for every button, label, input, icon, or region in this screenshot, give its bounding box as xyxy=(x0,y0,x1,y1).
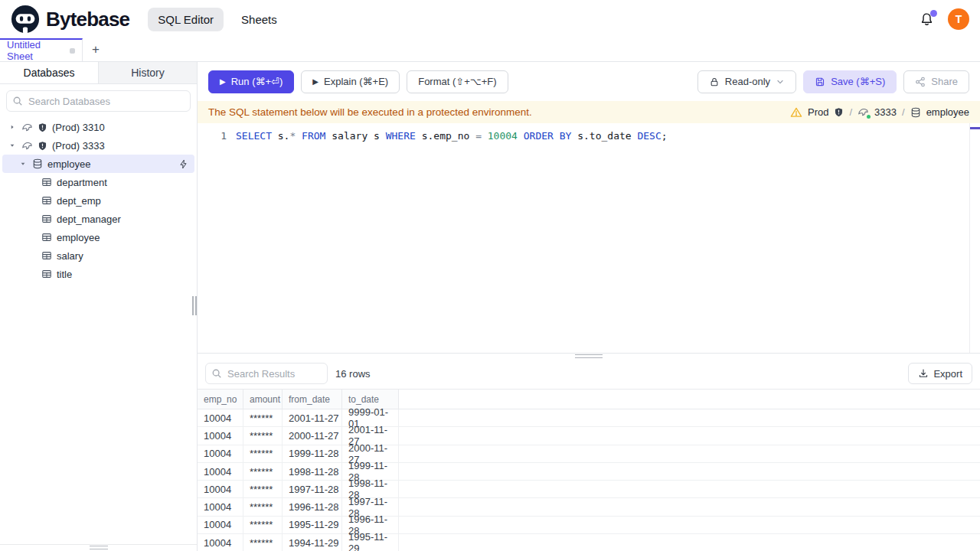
cell-from-date: 1995-11-29 xyxy=(283,517,342,533)
cell-from-date: 1999-11-28 xyxy=(283,445,342,462)
tree-table-dept-manager[interactable]: dept_manager xyxy=(0,210,197,228)
nav-sql-editor[interactable]: SQL Editor xyxy=(148,8,224,31)
tree-database-employee[interactable]: employee xyxy=(2,155,194,173)
cell-amount: ****** xyxy=(243,409,283,426)
sql-editor[interactable]: 1 SELECT s.* FROM salary s WHERE s.emp_n… xyxy=(198,123,980,354)
top-nav: SQL Editor Sheets xyxy=(148,8,287,31)
tree-table-label: title xyxy=(57,269,72,280)
instance-label[interactable]: 3333 xyxy=(874,106,897,118)
tree-table-salary[interactable]: salary xyxy=(0,246,197,265)
panel-resize-handle[interactable] xyxy=(575,354,603,358)
cell-from-date: 2000-11-27 xyxy=(283,427,342,444)
save-icon xyxy=(815,77,825,87)
share-button[interactable]: Share xyxy=(903,70,969,93)
tab-untitled-sheet[interactable]: Untitled Sheet xyxy=(0,38,83,61)
caret-down-icon[interactable] xyxy=(18,160,28,168)
sidebar: Databases History (Prod) 3310(Prod) 3333… xyxy=(0,62,198,551)
search-databases-input[interactable] xyxy=(6,90,191,112)
editor-toolbar: ▶ Run (⌘+⏎) ▶ Explain (⌘+E) Format (⇧+⌥+… xyxy=(198,62,980,101)
play-icon: ▶ xyxy=(220,77,226,86)
cell-emp-no: 10004 xyxy=(198,445,243,462)
table-icon xyxy=(41,195,52,206)
sheet-tab-bar: Untitled Sheet + xyxy=(0,38,980,62)
tree-database-label: employee xyxy=(47,158,90,170)
column-header-amount[interactable]: amount xyxy=(243,390,283,409)
cell-from-date: 1996-11-28 xyxy=(283,498,342,515)
connection-breadcrumb: Prod / 3333 / xyxy=(790,106,969,119)
results-table: emp_noamountfrom_dateto_date 10004******… xyxy=(198,389,980,551)
database-tree: (Prod) 3310(Prod) 3333employeedepartment… xyxy=(0,118,197,283)
caret-down-icon[interactable] xyxy=(8,142,17,149)
tree-table-label: salary xyxy=(57,250,83,262)
caret-right-icon[interactable] xyxy=(8,123,17,131)
search-results-input[interactable] xyxy=(205,363,328,384)
results-search xyxy=(205,363,328,384)
tree-table-department[interactable]: department xyxy=(0,173,197,191)
sql-token-ident xyxy=(482,130,488,142)
cell-emp-no: 10004 xyxy=(198,481,243,497)
sidebar-tabs: Databases History xyxy=(0,62,197,84)
mysql-icon xyxy=(858,106,869,118)
breadcrumb-separator: / xyxy=(849,106,852,118)
cell-amount: ****** xyxy=(243,463,283,480)
tree-instance-label: (Prod) 3310 xyxy=(52,122,105,133)
export-button[interactable]: Export xyxy=(908,363,972,384)
format-button[interactable]: Format (⇧+⌥+F) xyxy=(407,70,508,93)
cell-amount: ****** xyxy=(243,481,283,497)
app-header: Bytebase SQL Editor Sheets T xyxy=(0,0,980,38)
sidebar-resize-handle[interactable] xyxy=(192,296,197,315)
table-row: 10004******1999-11-282000-11-27 xyxy=(198,445,980,463)
sidebar-bottom-drag-handle[interactable] xyxy=(90,546,108,549)
tree-table-dept-emp[interactable]: dept_emp xyxy=(0,191,197,210)
environment-label[interactable]: Prod xyxy=(808,106,828,118)
tree-table-title[interactable]: title xyxy=(0,265,197,283)
table-row: 10004******1997-11-281998-11-28 xyxy=(198,481,980,498)
tree-instance-prod-3333[interactable]: (Prod) 3333 xyxy=(0,136,197,155)
tab-databases[interactable]: Databases xyxy=(0,62,99,83)
tab-history[interactable]: History xyxy=(99,62,197,83)
tree-table-employee[interactable]: employee xyxy=(0,228,197,246)
database-icon xyxy=(910,107,921,118)
lock-icon xyxy=(709,77,720,87)
table-row: 10004******2000-11-272001-11-27 xyxy=(198,427,980,445)
cell-emp-no: 10004 xyxy=(198,534,243,551)
row-count: 16 rows xyxy=(335,368,371,380)
results-panel: 16 rows Export emp_noamountfrom_dateto_d… xyxy=(198,358,980,551)
panel-divider xyxy=(198,354,980,358)
tree-table-label: department xyxy=(57,177,107,188)
sql-code-line: 1 SELECT s.* FROM salary s WHERE s.emp_n… xyxy=(198,123,980,143)
sql-token-ident: s.emp_no xyxy=(416,130,475,142)
database-label[interactable]: employee xyxy=(926,106,969,118)
sql-token-ident: s. xyxy=(272,130,289,142)
readonly-mode-dropdown[interactable]: Read-only xyxy=(697,70,796,93)
save-button[interactable]: Save (⌘+S) xyxy=(803,70,897,93)
bytebase-logo[interactable]: Bytebase xyxy=(11,5,129,34)
shield-icon xyxy=(38,122,47,132)
user-avatar[interactable]: T xyxy=(948,8,969,30)
cell-amount: ****** xyxy=(243,534,283,551)
sql-token-ident xyxy=(518,130,524,142)
sql-token-ident: s.to_date xyxy=(571,130,637,142)
editor-scrollbar-mark[interactable] xyxy=(970,127,980,129)
tree-table-label: dept_manager xyxy=(57,214,121,225)
cell-from-date: 1997-11-28 xyxy=(283,481,342,497)
table-row: 10004******1998-11-281999-11-28 xyxy=(198,463,980,481)
table-row: 10004******2001-11-279999-01-01 xyxy=(198,409,980,427)
table-icon xyxy=(41,232,52,243)
notification-bell-icon[interactable] xyxy=(916,9,937,30)
add-sheet-button[interactable]: + xyxy=(83,38,109,61)
banner-message: The SQL statement below will be executed… xyxy=(208,106,532,118)
nav-sheets[interactable]: Sheets xyxy=(231,8,287,31)
protected-environment-banner: The SQL statement below will be executed… xyxy=(198,101,980,123)
sheet-tab-label: Untitled Sheet xyxy=(7,39,63,62)
column-header-emp-no[interactable]: emp_no xyxy=(198,390,243,409)
sql-token-keyword: WHERE xyxy=(386,130,416,142)
database-search xyxy=(6,90,191,112)
notification-badge xyxy=(930,10,937,17)
tree-instance-prod-3310[interactable]: (Prod) 3310 xyxy=(0,118,197,136)
column-header-from-date[interactable]: from_date xyxy=(283,390,342,409)
bolt-icon[interactable] xyxy=(178,159,188,169)
explain-button[interactable]: ▶ Explain (⌘+E) xyxy=(301,70,400,93)
run-button[interactable]: ▶ Run (⌘+⏎) xyxy=(208,70,294,93)
sql-token-ident xyxy=(296,130,302,142)
